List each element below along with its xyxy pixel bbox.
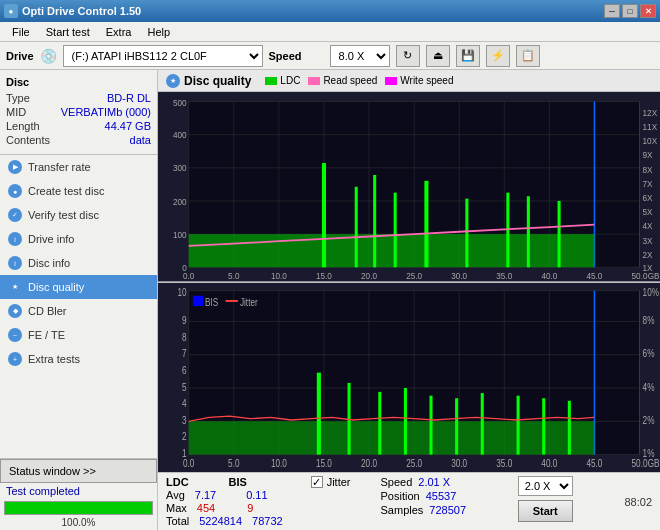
nav-fe-te-label: FE / TE [28,329,65,341]
svg-rect-21 [322,163,326,267]
svg-text:500: 500 [173,98,187,109]
svg-rect-24 [394,193,397,268]
disc-length-label: Length [6,120,40,132]
bottom-chart: 1 2 3 4 5 6 7 8 9 10 1% 2% 4% 6% 8% 10 [158,283,660,473]
speed-select[interactable]: 8.0 X [330,45,390,67]
svg-rect-81 [317,372,321,454]
avg-ldc: 7.17 [195,489,216,501]
jitter-section: ✓ Jitter [311,476,351,488]
position-value: 45537 [426,490,457,502]
transfer-rate-icon: ▶ [8,160,22,174]
nav-disc-quality[interactable]: ★ Disc quality [0,275,157,299]
svg-rect-22 [355,187,358,268]
svg-rect-86 [455,398,458,454]
nav-extra-tests[interactable]: + Extra tests [0,347,157,371]
export-button[interactable]: 📋 [516,45,540,67]
nav-fe-te[interactable]: ~ FE / TE [0,323,157,347]
timestamp: 88:02 [624,496,652,508]
menu-bar: File Start test Extra Help [0,22,660,42]
charts-container: 0 100 200 300 400 500 1X 2X 3X 4X 5X 6X … [158,92,660,472]
svg-text:4: 4 [182,398,187,409]
drive-icon: 💿 [40,48,57,64]
nav-cd-bler[interactable]: ◆ CD Bler [0,299,157,323]
extra-tests-icon: + [8,352,22,366]
svg-rect-88 [517,395,520,454]
svg-text:12X: 12X [643,107,658,118]
jitter-label: Jitter [327,476,351,488]
nav-disc-info[interactable]: i Disc info [0,251,157,275]
menu-extra[interactable]: Extra [98,24,140,40]
menu-help[interactable]: Help [139,24,178,40]
svg-text:2: 2 [182,431,187,442]
svg-text:9X: 9X [643,150,653,161]
max-label: Max [166,502,187,514]
speed-stat-label: Speed [381,476,413,488]
minimize-button[interactable]: ─ [604,4,620,18]
menu-start-test[interactable]: Start test [38,24,98,40]
svg-text:50.0: 50.0 [632,458,648,469]
svg-text:10X: 10X [643,136,658,147]
svg-rect-25 [424,181,428,267]
total-bis: 78732 [252,515,283,527]
svg-text:15.0: 15.0 [316,458,332,469]
svg-rect-119 [193,295,203,305]
svg-rect-20 [189,234,595,267]
disc-length-value: 44.47 GB [105,120,151,132]
read-legend-color [308,77,320,85]
nav-extra-tests-label: Extra tests [28,353,80,365]
stats-bar: LDC BIS Avg 7.17 0.11 Max 454 9 Total 52… [158,472,660,530]
jitter-checkbox[interactable]: ✓ [311,476,323,488]
nav-create-test-disc[interactable]: ● Create test disc [0,179,157,203]
svg-text:10%: 10% [643,286,659,297]
max-bis: 9 [247,502,253,514]
svg-text:50.0: 50.0 [632,271,648,282]
svg-text:300: 300 [173,163,187,174]
disc-type-label: Type [6,92,30,104]
svg-text:8%: 8% [643,315,655,326]
disc-section-title: Disc [6,76,151,88]
svg-text:GB: GB [648,271,660,282]
nav-verify-test-disc[interactable]: ✓ Verify test disc [0,203,157,227]
nav-drive-info[interactable]: i Drive info [0,227,157,251]
compare-button[interactable]: ⚡ [486,45,510,67]
left-panel: Disc Type BD-R DL MID VERBATIMb (000) Le… [0,70,158,530]
test-speed-select[interactable]: 2.0 X [518,476,573,496]
status-window-button[interactable]: Status window >> [0,459,157,483]
speed-stat-value: 2.01 X [418,476,450,488]
progress-bar-container [4,501,153,515]
svg-text:10.0: 10.0 [271,271,287,282]
eject-button[interactable]: ⏏ [426,45,450,67]
disc-section: Disc Type BD-R DL MID VERBATIMb (000) Le… [0,70,157,155]
svg-text:6%: 6% [643,348,655,359]
avg-bis: 0.11 [246,489,267,501]
close-button[interactable]: ✕ [640,4,656,18]
refresh-button[interactable]: ↻ [396,45,420,67]
title-bar: ● Opti Drive Control 1.50 ─ □ ✕ [0,0,660,22]
svg-text:2X: 2X [643,249,653,260]
maximize-button[interactable]: □ [622,4,638,18]
svg-rect-29 [558,201,561,267]
nav-transfer-rate[interactable]: ▶ Transfer rate [0,155,157,179]
svg-text:100: 100 [173,229,187,240]
top-chart-svg: 0 100 200 300 400 500 1X 2X 3X 4X 5X 6X … [158,92,660,282]
bis-header: BIS [229,476,247,488]
svg-text:20.0: 20.0 [361,458,377,469]
nav-cd-bler-label: CD Bler [28,305,67,317]
nav-disc-info-label: Disc info [28,257,70,269]
chart-title: Disc quality [184,74,251,88]
save-button[interactable]: 💾 [456,45,480,67]
write-legend-label: Write speed [400,75,453,86]
svg-rect-90 [568,400,571,454]
svg-text:0.0: 0.0 [183,458,194,469]
status-text: Test completed [0,483,157,499]
svg-text:5.0: 5.0 [228,458,239,469]
drive-select[interactable]: (F:) ATAPI iHBS112 2 CL0F [63,45,263,67]
total-ldc: 5224814 [199,515,242,527]
svg-text:Jitter: Jitter [240,297,258,308]
total-label: Total [166,515,189,527]
svg-text:20.0: 20.0 [361,271,377,282]
disc-contents-label: Contents [6,134,50,146]
start-button[interactable]: Start [518,500,573,522]
menu-file[interactable]: File [4,24,38,40]
svg-text:10: 10 [178,286,187,297]
